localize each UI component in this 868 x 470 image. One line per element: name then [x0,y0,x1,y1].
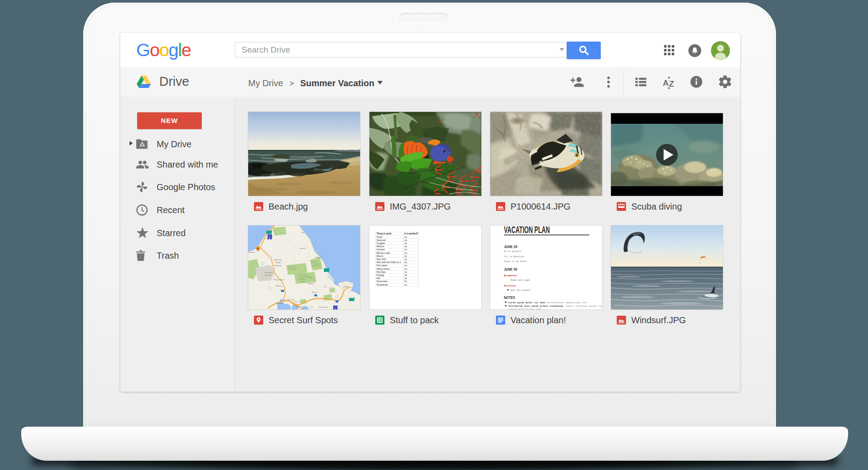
svg-text:no: no [404,239,407,241]
svg-text:Nice pants: Nice pants [376,264,388,267]
svg-text:no: no [404,283,407,286]
svg-text:Nice shirt: Nice shirt [376,258,386,260]
svg-text:Hauula: Hauula [300,247,306,249]
svg-text:Camera: Camera [376,248,385,251]
svg-text:Breakfast: Breakfast [504,274,517,277]
svg-text:Fly to Honolulu: Fly to Honolulu [504,256,524,258]
svg-text:Activity: Activity [504,284,516,287]
svg-text:Hat: Hat [376,277,380,279]
svg-text:NOTES: NOTES [504,295,515,300]
svg-text:no: no [404,258,407,260]
svg-text:no: no [404,252,407,254]
svg-text:Reserve: Reserve [289,268,296,270]
svg-text:no: no [404,255,407,257]
svg-text:Refuge: Refuge [300,280,306,283]
svg-text:Hiking shoes: Hiking shoes [376,267,390,270]
svg-text:State Park: State Park [311,265,320,267]
svg-text:Towel: Towel [376,236,382,238]
svg-text:Shorts: Shorts [376,255,383,257]
svg-text:Wahiawa: Wahiawa [274,264,282,267]
svg-text:MCBH: MCBH [343,286,349,288]
svg-text:no: no [404,245,407,248]
svg-text:Mililani: Mililani [276,285,282,287]
svg-text:Village: Village [275,261,281,264]
svg-text:Whitmore: Whitmore [274,259,282,261]
svg-text:Kokane: Kokane [306,276,313,278]
svg-text:no: no [404,267,407,270]
svg-text:Waipio Acres: Waipio Acres [273,279,284,281]
svg-text:O'ahu: O'ahu [279,289,284,291]
svg-text:no: no [404,274,407,276]
svg-text:Waipahu: Waipahu [276,302,283,304]
svg-text:Schofield: Schofield [265,271,273,274]
svg-text:Go to airport: Go to airport [504,250,522,253]
svg-text:JUNE 29: JUNE 29 [504,244,517,249]
svg-text:Kahaluu: Kahaluu [307,283,315,285]
svg-text:no: no [404,248,407,251]
svg-text:A: A [663,78,669,88]
svg-text:Sunscreen: Sunscreen [376,280,388,283]
svg-text:Drybag: Drybag [376,274,384,276]
svg-text:no: no [404,236,407,238]
svg-text:JUNE 30: JUNE 30 [504,267,517,271]
svg-text:sapien enim dictum quam.: sapien enim dictum quam. [508,308,543,310]
svg-text:Pena: Pena [294,301,299,303]
svg-text:Vestibulum ante ipsum primis e: Vestibulum ante ipsum primis elementum, … [508,305,602,308]
svg-text:Laie: Laie [301,231,305,233]
svg-text:Hit the beach!: Hit the beach! [511,289,531,292]
svg-text:Spam and eggs: Spam and eggs [511,279,530,282]
svg-text:Check in at Hotel: Check in at Hotel [504,260,527,263]
svg-text:Minanawili: Minanawili [319,306,328,308]
svg-text:Shirt with the shark on it: Shirt with the shark on it [376,261,401,264]
svg-text:Z: Z [669,79,674,88]
svg-text:Toothbrush: Toothbrush [376,283,388,286]
svg-text:no: no [404,261,407,264]
svg-text:Swimsuit: Swimsuit [376,239,386,241]
svg-text:Is it packed?: Is it packed? [404,232,418,235]
svg-text:no: no [404,280,407,283]
svg-text:Barracks: Barracks [265,274,273,276]
svg-text:VACATION PLAN: VACATION PLAN [504,225,550,235]
svg-text:Goggles: Goggles [376,242,385,245]
svg-text:Lorem ipsum dolor sit amet con: Lorem ipsum dolor sit amet consectetuer … [508,302,588,304]
svg-text:Palama: Palama [296,305,303,307]
svg-text:Kaaawa: Kaaawa [316,256,323,258]
svg-text:no: no [404,277,407,279]
svg-text:no: no [404,264,407,267]
svg-text:Memory card: Memory card [376,252,390,254]
svg-text:Heeia: Heeia [312,291,317,293]
svg-text:no: no [404,242,407,245]
svg-text:no: no [404,271,407,273]
svg-text:Flip flops: Flip flops [376,271,386,273]
svg-text:Wetsuit: Wetsuit [376,245,384,248]
svg-text:Waialua: Waialua [248,251,255,253]
svg-text:Thing to pack: Thing to pack [376,232,392,235]
